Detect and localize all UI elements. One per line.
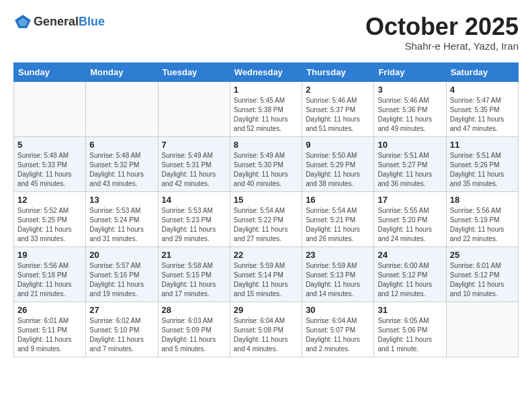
day-info: Sunrise: 5:51 AM Sunset: 5:27 PM Dayligh… bbox=[378, 151, 442, 189]
day-number: 11 bbox=[450, 140, 515, 150]
calendar-cell: 16Sunrise: 5:54 AM Sunset: 5:21 PM Dayli… bbox=[302, 191, 374, 246]
day-info: Sunrise: 5:45 AM Sunset: 5:38 PM Dayligh… bbox=[234, 96, 298, 134]
day-number: 10 bbox=[378, 140, 442, 150]
day-number: 31 bbox=[378, 305, 442, 315]
logo-blue: Blue bbox=[79, 15, 105, 28]
day-number: 3 bbox=[378, 85, 442, 95]
day-number: 17 bbox=[378, 195, 442, 205]
day-info: Sunrise: 5:59 AM Sunset: 5:14 PM Dayligh… bbox=[234, 261, 298, 299]
day-number: 23 bbox=[306, 250, 370, 260]
calendar-cell: 4Sunrise: 5:47 AM Sunset: 5:35 PM Daylig… bbox=[446, 81, 518, 136]
calendar-cell: 2Sunrise: 5:46 AM Sunset: 5:37 PM Daylig… bbox=[302, 81, 374, 136]
calendar-cell: 10Sunrise: 5:51 AM Sunset: 5:27 PM Dayli… bbox=[374, 136, 446, 191]
day-info: Sunrise: 6:01 AM Sunset: 5:12 PM Dayligh… bbox=[450, 261, 515, 299]
day-info: Sunrise: 5:56 AM Sunset: 5:19 PM Dayligh… bbox=[450, 206, 515, 244]
day-info: Sunrise: 5:50 AM Sunset: 5:29 PM Dayligh… bbox=[306, 151, 370, 189]
day-number: 9 bbox=[306, 140, 370, 150]
calendar-page: GeneralBlue October 2025 Shahr-e Herat, … bbox=[0, 0, 532, 364]
calendar-cell: 21Sunrise: 5:58 AM Sunset: 5:15 PM Dayli… bbox=[158, 246, 230, 302]
day-info: Sunrise: 5:55 AM Sunset: 5:20 PM Dayligh… bbox=[378, 206, 442, 244]
calendar-cell: 12Sunrise: 5:52 AM Sunset: 5:25 PM Dayli… bbox=[14, 191, 86, 246]
weekday-header-sunday: Sunday bbox=[14, 62, 86, 81]
weekday-header-row: SundayMondayTuesdayWednesdayThursdayFrid… bbox=[14, 62, 519, 81]
day-number: 16 bbox=[306, 195, 370, 205]
day-number: 12 bbox=[17, 195, 82, 205]
day-number: 14 bbox=[162, 195, 226, 205]
day-number: 27 bbox=[89, 305, 154, 315]
day-info: Sunrise: 5:59 AM Sunset: 5:13 PM Dayligh… bbox=[306, 261, 370, 299]
calendar-cell: 15Sunrise: 5:54 AM Sunset: 5:22 PM Dayli… bbox=[230, 191, 302, 246]
day-number: 26 bbox=[17, 305, 82, 315]
calendar-cell: 11Sunrise: 5:51 AM Sunset: 5:26 PM Dayli… bbox=[446, 136, 518, 191]
calendar-cell: 23Sunrise: 5:59 AM Sunset: 5:13 PM Dayli… bbox=[302, 246, 374, 302]
calendar-cell: 17Sunrise: 5:55 AM Sunset: 5:20 PM Dayli… bbox=[374, 191, 446, 246]
title-block: October 2025 Shahr-e Herat, Yazd, Iran bbox=[365, 13, 519, 52]
location: Shahr-e Herat, Yazd, Iran bbox=[365, 40, 519, 52]
day-number: 5 bbox=[17, 140, 82, 150]
day-info: Sunrise: 5:54 AM Sunset: 5:21 PM Dayligh… bbox=[306, 206, 370, 244]
day-number: 25 bbox=[450, 250, 515, 260]
month-title: October 2025 bbox=[365, 13, 519, 40]
logo-general: General bbox=[34, 15, 79, 28]
calendar-cell: 25Sunrise: 6:01 AM Sunset: 5:12 PM Dayli… bbox=[446, 246, 518, 302]
weekday-header-thursday: Thursday bbox=[302, 62, 374, 81]
day-number: 29 bbox=[234, 305, 298, 315]
day-info: Sunrise: 5:56 AM Sunset: 5:18 PM Dayligh… bbox=[17, 261, 82, 299]
day-number: 22 bbox=[234, 250, 298, 260]
calendar-cell: 31Sunrise: 6:05 AM Sunset: 5:06 PM Dayli… bbox=[374, 302, 446, 357]
day-number: 30 bbox=[306, 305, 370, 315]
day-info: Sunrise: 5:54 AM Sunset: 5:22 PM Dayligh… bbox=[234, 206, 298, 244]
calendar-table: SundayMondayTuesdayWednesdayThursdayFrid… bbox=[13, 62, 519, 357]
day-info: Sunrise: 5:49 AM Sunset: 5:31 PM Dayligh… bbox=[162, 151, 226, 189]
logo-text: GeneralBlue bbox=[34, 15, 105, 29]
day-info: Sunrise: 5:46 AM Sunset: 5:37 PM Dayligh… bbox=[306, 96, 370, 134]
calendar-week-row: 19Sunrise: 5:56 AM Sunset: 5:18 PM Dayli… bbox=[14, 246, 519, 302]
calendar-cell: 19Sunrise: 5:56 AM Sunset: 5:18 PM Dayli… bbox=[14, 246, 86, 302]
calendar-cell bbox=[86, 81, 158, 136]
calendar-cell: 13Sunrise: 5:53 AM Sunset: 5:24 PM Dayli… bbox=[86, 191, 158, 246]
day-number: 15 bbox=[234, 195, 298, 205]
weekday-header-saturday: Saturday bbox=[446, 62, 518, 81]
calendar-cell: 24Sunrise: 6:00 AM Sunset: 5:12 PM Dayli… bbox=[374, 246, 446, 302]
logo: GeneralBlue bbox=[13, 13, 105, 30]
day-info: Sunrise: 6:04 AM Sunset: 5:08 PM Dayligh… bbox=[234, 316, 298, 354]
day-number: 7 bbox=[162, 140, 226, 150]
calendar-cell bbox=[158, 81, 230, 136]
calendar-cell: 29Sunrise: 6:04 AM Sunset: 5:08 PM Dayli… bbox=[230, 302, 302, 357]
weekday-header-wednesday: Wednesday bbox=[230, 62, 302, 81]
day-info: Sunrise: 5:58 AM Sunset: 5:15 PM Dayligh… bbox=[162, 261, 226, 299]
day-number: 20 bbox=[89, 250, 154, 260]
day-info: Sunrise: 5:52 AM Sunset: 5:25 PM Dayligh… bbox=[17, 206, 82, 244]
calendar-cell: 9Sunrise: 5:50 AM Sunset: 5:29 PM Daylig… bbox=[302, 136, 374, 191]
weekday-header-tuesday: Tuesday bbox=[158, 62, 230, 81]
calendar-cell: 5Sunrise: 5:48 AM Sunset: 5:33 PM Daylig… bbox=[14, 136, 86, 191]
day-info: Sunrise: 5:57 AM Sunset: 5:16 PM Dayligh… bbox=[89, 261, 154, 299]
calendar-week-row: 1Sunrise: 5:45 AM Sunset: 5:38 PM Daylig… bbox=[14, 81, 519, 136]
day-number: 13 bbox=[89, 195, 154, 205]
calendar-cell: 8Sunrise: 5:49 AM Sunset: 5:30 PM Daylig… bbox=[230, 136, 302, 191]
calendar-cell: 3Sunrise: 5:46 AM Sunset: 5:36 PM Daylig… bbox=[374, 81, 446, 136]
calendar-cell: 18Sunrise: 5:56 AM Sunset: 5:19 PM Dayli… bbox=[446, 191, 518, 246]
day-info: Sunrise: 5:48 AM Sunset: 5:33 PM Dayligh… bbox=[17, 151, 82, 189]
day-number: 4 bbox=[450, 85, 515, 95]
logo-icon bbox=[13, 13, 32, 30]
day-number: 1 bbox=[234, 85, 298, 95]
calendar-week-row: 26Sunrise: 6:01 AM Sunset: 5:11 PM Dayli… bbox=[14, 302, 519, 357]
day-info: Sunrise: 5:48 AM Sunset: 5:32 PM Dayligh… bbox=[89, 151, 154, 189]
day-info: Sunrise: 6:01 AM Sunset: 5:11 PM Dayligh… bbox=[17, 316, 82, 354]
calendar-cell: 20Sunrise: 5:57 AM Sunset: 5:16 PM Dayli… bbox=[86, 246, 158, 302]
day-info: Sunrise: 5:49 AM Sunset: 5:30 PM Dayligh… bbox=[234, 151, 298, 189]
day-number: 8 bbox=[234, 140, 298, 150]
weekday-header-monday: Monday bbox=[86, 62, 158, 81]
day-number: 19 bbox=[17, 250, 82, 260]
calendar-cell: 1Sunrise: 5:45 AM Sunset: 5:38 PM Daylig… bbox=[230, 81, 302, 136]
day-number: 28 bbox=[162, 305, 226, 315]
day-info: Sunrise: 6:05 AM Sunset: 5:06 PM Dayligh… bbox=[378, 316, 442, 354]
calendar-cell bbox=[14, 81, 86, 136]
day-info: Sunrise: 6:04 AM Sunset: 5:07 PM Dayligh… bbox=[306, 316, 370, 354]
day-info: Sunrise: 6:00 AM Sunset: 5:12 PM Dayligh… bbox=[378, 261, 442, 299]
day-info: Sunrise: 5:53 AM Sunset: 5:23 PM Dayligh… bbox=[162, 206, 226, 244]
day-info: Sunrise: 6:02 AM Sunset: 5:10 PM Dayligh… bbox=[89, 316, 154, 354]
calendar-cell: 26Sunrise: 6:01 AM Sunset: 5:11 PM Dayli… bbox=[14, 302, 86, 357]
calendar-cell: 27Sunrise: 6:02 AM Sunset: 5:10 PM Dayli… bbox=[86, 302, 158, 357]
